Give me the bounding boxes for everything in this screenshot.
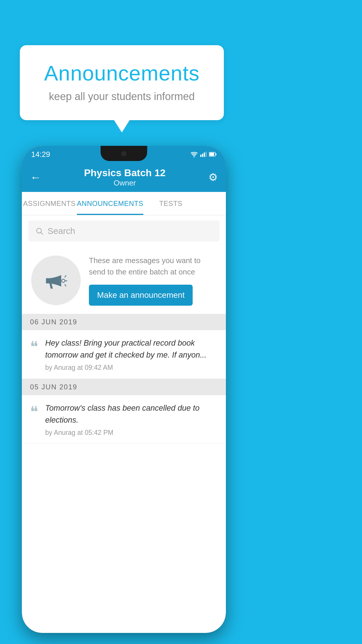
empty-state: These are messages you want to send to t… <box>22 247 226 314</box>
date-separator-1: 06 JUN 2019 <box>22 314 226 330</box>
announcement-meta-1: by Anurag at 09:42 AM <box>45 364 113 371</box>
search-container: Search <box>22 215 226 247</box>
announcement-text-1: Hey class! Bring your practical record b… <box>45 337 218 361</box>
quote-icon-2: ❝ <box>30 405 38 420</box>
search-icon <box>35 227 43 235</box>
status-time: 14:29 <box>31 150 50 159</box>
svg-line-14 <box>65 284 66 286</box>
speech-bubble-container: Announcements keep all your students inf… <box>20 45 224 120</box>
announcement-item-1[interactable]: ❝ Hey class! Bring your practical record… <box>22 330 226 379</box>
announcement-item-2[interactable]: ❝ Tomorrow's class has been cancelled du… <box>22 395 226 444</box>
date-separator-2: 05 JUN 2019 <box>22 379 226 395</box>
phone-frame: 14:29 <box>22 146 226 633</box>
camera-notch <box>121 151 126 156</box>
app-bar-title: Physics Batch 12 Owner <box>41 167 208 188</box>
tab-assignments[interactable]: ASSIGNMENTS <box>22 192 77 215</box>
phone-screen: 14:29 <box>22 146 226 633</box>
wifi-icon <box>190 151 198 157</box>
notch <box>101 146 147 161</box>
tab-more[interactable] <box>198 192 226 215</box>
svg-rect-1 <box>200 155 201 157</box>
search-bar[interactable]: Search <box>28 220 219 242</box>
app-bar: ← Physics Batch 12 Owner ⚙ <box>22 163 226 192</box>
tab-tests[interactable]: TESTS <box>143 192 198 215</box>
battery-icon <box>209 152 217 157</box>
svg-point-0 <box>194 156 195 158</box>
search-placeholder: Search <box>48 226 75 236</box>
svg-rect-7 <box>210 153 214 156</box>
svg-point-11 <box>62 279 65 282</box>
announcement-meta-2: by Anurag at 05:42 PM <box>45 429 113 436</box>
svg-line-12 <box>65 276 66 277</box>
tab-announcements[interactable]: ANNOUNCEMENTS <box>77 192 143 215</box>
back-button[interactable]: ← <box>30 171 41 184</box>
announcement-content-1: Hey class! Bring your practical record b… <box>45 337 218 372</box>
make-announcement-button[interactable]: Make an announcement <box>89 285 193 306</box>
signal-icon <box>200 151 207 157</box>
svg-rect-4 <box>205 152 207 157</box>
bubble-subtitle: keep all your students informed <box>37 90 206 103</box>
quote-icon-1: ❝ <box>30 340 38 355</box>
empty-state-text: These are messages you want to send to t… <box>89 255 217 306</box>
announcement-text-2: Tomorrow's class has been cancelled due … <box>45 402 218 426</box>
megaphone-icon <box>43 267 69 293</box>
batch-name: Physics Batch 12 <box>41 167 208 178</box>
bubble-title: Announcements <box>37 61 206 85</box>
announcement-icon-circle <box>31 256 81 305</box>
status-icons <box>190 151 217 157</box>
svg-line-9 <box>41 232 43 234</box>
svg-rect-10 <box>46 278 50 284</box>
empty-state-description: These are messages you want to send to t… <box>89 255 217 278</box>
settings-icon[interactable]: ⚙ <box>208 171 218 183</box>
svg-rect-3 <box>204 153 205 157</box>
svg-rect-2 <box>202 154 203 157</box>
tabs-bar: ASSIGNMENTS ANNOUNCEMENTS TESTS <box>22 192 226 215</box>
speech-bubble: Announcements keep all your students inf… <box>20 45 224 120</box>
announcement-content-2: Tomorrow's class has been cancelled due … <box>45 402 218 437</box>
status-bar: 14:29 <box>22 146 226 163</box>
batch-role: Owner <box>41 178 208 188</box>
svg-rect-6 <box>216 153 217 155</box>
